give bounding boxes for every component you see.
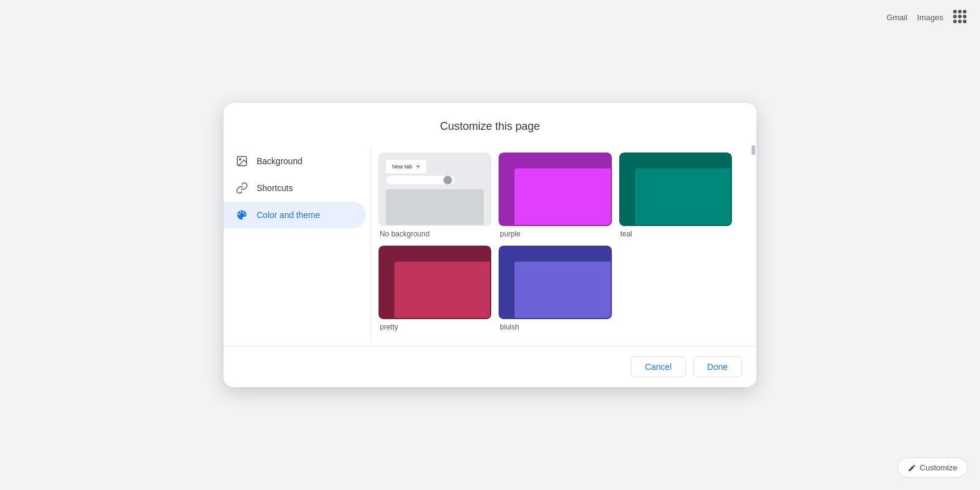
theme-grid: New tab + No background (376, 148, 734, 336)
sidebar-item-shortcuts[interactable]: Shortcuts (224, 175, 366, 202)
theme-preview-no-background: New tab + (379, 153, 491, 226)
main-content: New tab + No background (371, 143, 749, 346)
modal-body: Background Shortcuts (224, 143, 756, 346)
theme-preview-teal (619, 153, 732, 226)
pencil-icon (908, 464, 916, 472)
theme-label-pretty: pretty (379, 323, 491, 331)
sidebar-item-color-theme[interactable]: Color and theme (224, 202, 366, 228)
modal-title: Customize this page (224, 103, 756, 143)
sidebar: Background Shortcuts (224, 143, 371, 346)
customize-modal: Customize this page Background (224, 103, 756, 387)
theme-card-bluish[interactable]: bluish (499, 246, 611, 331)
sidebar-item-background[interactable]: Background (224, 148, 366, 175)
modal-footer: Cancel Done (224, 346, 756, 387)
link-icon (236, 182, 248, 194)
theme-card-purple[interactable]: purple (499, 153, 611, 238)
svg-point-1 (239, 159, 241, 160)
palette-icon (236, 209, 248, 221)
cancel-button[interactable]: Cancel (631, 356, 686, 377)
scroll-indicator (752, 145, 755, 155)
background-icon (236, 155, 248, 167)
customize-button[interactable]: Customize (897, 458, 968, 478)
theme-card-pretty[interactable]: pretty (379, 246, 491, 331)
customize-label: Customize (920, 463, 957, 472)
theme-label-bluish: bluish (499, 323, 611, 331)
theme-label-no-background: No background (379, 230, 491, 238)
theme-preview-pretty (379, 246, 491, 319)
theme-card-no-background[interactable]: New tab + No background (379, 153, 491, 238)
sidebar-label-shortcuts: Shortcuts (257, 183, 293, 193)
theme-label-purple: purple (499, 230, 611, 238)
theme-label-teal: teal (619, 230, 732, 238)
theme-preview-bluish (499, 246, 611, 319)
theme-card-teal[interactable]: teal (619, 153, 732, 238)
sidebar-label-background: Background (257, 156, 303, 166)
modal-overlay: Customize this page Background (0, 0, 980, 490)
done-button[interactable]: Done (693, 356, 742, 377)
theme-preview-purple (499, 153, 611, 226)
sidebar-label-color-theme: Color and theme (257, 210, 320, 220)
